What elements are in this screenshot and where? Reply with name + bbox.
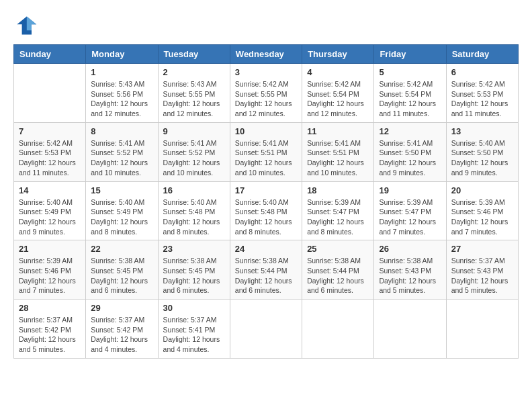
- day-info: Sunrise: 5:37 AM Sunset: 5:42 PM Dayligh…: [19, 315, 81, 355]
- day-info: Sunrise: 5:42 AM Sunset: 5:53 PM Dayligh…: [451, 79, 513, 119]
- calendar-cell: 2Sunrise: 5:43 AM Sunset: 5:55 PM Daylig…: [158, 64, 230, 123]
- day-info: Sunrise: 5:40 AM Sunset: 5:49 PM Dayligh…: [19, 197, 81, 237]
- day-info: Sunrise: 5:41 AM Sunset: 5:51 PM Dayligh…: [307, 138, 369, 178]
- calendar-cell: 29Sunrise: 5:37 AM Sunset: 5:42 PM Dayli…: [86, 300, 158, 359]
- calendar-cell: 30Sunrise: 5:37 AM Sunset: 5:41 PM Dayli…: [158, 300, 230, 359]
- day-number: 28: [19, 303, 81, 313]
- calendar-cell: 14Sunrise: 5:40 AM Sunset: 5:49 PM Dayli…: [14, 181, 86, 240]
- calendar-cell: 19Sunrise: 5:39 AM Sunset: 5:47 PM Dayli…: [374, 181, 446, 240]
- calendar-cell: 28Sunrise: 5:37 AM Sunset: 5:42 PM Dayli…: [14, 300, 86, 359]
- day-number: 24: [235, 244, 297, 254]
- day-info: Sunrise: 5:38 AM Sunset: 5:44 PM Dayligh…: [235, 256, 297, 295]
- calendar-cell: 26Sunrise: 5:38 AM Sunset: 5:43 PM Dayli…: [374, 240, 446, 300]
- day-number: 21: [19, 244, 81, 254]
- day-info: Sunrise: 5:38 AM Sunset: 5:45 PM Dayligh…: [91, 256, 152, 295]
- day-of-week-header: Tuesday: [158, 45, 230, 64]
- day-info: Sunrise: 5:38 AM Sunset: 5:45 PM Dayligh…: [163, 256, 225, 295]
- day-number: 18: [307, 185, 369, 195]
- day-info: Sunrise: 5:42 AM Sunset: 5:54 PM Dayligh…: [307, 79, 369, 119]
- day-number: 30: [163, 303, 225, 313]
- day-number: 16: [163, 185, 225, 195]
- day-info: Sunrise: 5:39 AM Sunset: 5:46 PM Dayligh…: [19, 256, 81, 295]
- calendar-cell: 3Sunrise: 5:42 AM Sunset: 5:55 PM Daylig…: [230, 64, 302, 123]
- logo-icon: [13, 13, 38, 38]
- day-number: 8: [91, 126, 152, 136]
- day-info: Sunrise: 5:37 AM Sunset: 5:42 PM Dayligh…: [91, 315, 152, 355]
- day-of-week-header: Saturday: [446, 45, 518, 64]
- day-of-week-header: Wednesday: [230, 45, 302, 64]
- day-number: 6: [451, 67, 513, 77]
- calendar-cell: 15Sunrise: 5:40 AM Sunset: 5:49 PM Dayli…: [86, 181, 158, 240]
- day-number: 13: [451, 126, 513, 136]
- day-number: 11: [307, 126, 369, 136]
- calendar-cell: 25Sunrise: 5:38 AM Sunset: 5:44 PM Dayli…: [302, 240, 374, 300]
- day-info: Sunrise: 5:42 AM Sunset: 5:54 PM Dayligh…: [379, 79, 441, 119]
- calendar-week-row: 1Sunrise: 5:43 AM Sunset: 5:56 PM Daylig…: [14, 64, 519, 123]
- svg-marker-1: [27, 17, 36, 31]
- calendar-table: SundayMondayTuesdayWednesdayThursdayFrid…: [13, 44, 519, 359]
- calendar-cell: 8Sunrise: 5:41 AM Sunset: 5:52 PM Daylig…: [86, 122, 158, 181]
- day-info: Sunrise: 5:39 AM Sunset: 5:47 PM Dayligh…: [307, 197, 369, 237]
- day-number: 10: [235, 126, 297, 136]
- calendar-cell: 6Sunrise: 5:42 AM Sunset: 5:53 PM Daylig…: [446, 64, 518, 123]
- day-number: 3: [235, 67, 297, 77]
- day-info: Sunrise: 5:43 AM Sunset: 5:56 PM Dayligh…: [91, 79, 152, 119]
- logo: [13, 13, 40, 38]
- day-info: Sunrise: 5:39 AM Sunset: 5:47 PM Dayligh…: [379, 197, 441, 237]
- day-of-week-header: Thursday: [302, 45, 374, 64]
- calendar-cell: 18Sunrise: 5:39 AM Sunset: 5:47 PM Dayli…: [302, 181, 374, 240]
- calendar-cell: 7Sunrise: 5:42 AM Sunset: 5:53 PM Daylig…: [14, 122, 86, 181]
- calendar-header-row: SundayMondayTuesdayWednesdayThursdayFrid…: [14, 45, 519, 64]
- day-info: Sunrise: 5:41 AM Sunset: 5:52 PM Dayligh…: [163, 138, 225, 178]
- day-info: Sunrise: 5:41 AM Sunset: 5:52 PM Dayligh…: [91, 138, 152, 178]
- calendar-cell: 11Sunrise: 5:41 AM Sunset: 5:51 PM Dayli…: [302, 122, 374, 181]
- day-number: 5: [379, 67, 441, 77]
- calendar-cell: [302, 300, 374, 359]
- calendar-cell: 10Sunrise: 5:41 AM Sunset: 5:51 PM Dayli…: [230, 122, 302, 181]
- day-number: 20: [451, 185, 513, 195]
- day-number: 25: [307, 244, 369, 254]
- calendar-week-row: 7Sunrise: 5:42 AM Sunset: 5:53 PM Daylig…: [14, 122, 519, 181]
- day-number: 1: [91, 67, 152, 77]
- calendar-cell: 20Sunrise: 5:39 AM Sunset: 5:46 PM Dayli…: [446, 181, 518, 240]
- calendar-cell: 13Sunrise: 5:40 AM Sunset: 5:50 PM Dayli…: [446, 122, 518, 181]
- day-of-week-header: Sunday: [14, 45, 86, 64]
- calendar-week-row: 21Sunrise: 5:39 AM Sunset: 5:46 PM Dayli…: [14, 240, 519, 300]
- day-number: 9: [163, 126, 225, 136]
- day-number: 19: [379, 185, 441, 195]
- day-of-week-header: Friday: [374, 45, 446, 64]
- calendar-body: 1Sunrise: 5:43 AM Sunset: 5:56 PM Daylig…: [14, 64, 519, 359]
- day-info: Sunrise: 5:43 AM Sunset: 5:55 PM Dayligh…: [163, 79, 225, 119]
- day-info: Sunrise: 5:40 AM Sunset: 5:49 PM Dayligh…: [91, 197, 152, 237]
- calendar-week-row: 28Sunrise: 5:37 AM Sunset: 5:42 PM Dayli…: [14, 300, 519, 359]
- calendar-cell: 23Sunrise: 5:38 AM Sunset: 5:45 PM Dayli…: [158, 240, 230, 300]
- day-number: 15: [91, 185, 152, 195]
- day-info: Sunrise: 5:41 AM Sunset: 5:50 PM Dayligh…: [379, 138, 441, 178]
- calendar-cell: 4Sunrise: 5:42 AM Sunset: 5:54 PM Daylig…: [302, 64, 374, 123]
- day-number: 26: [379, 244, 441, 254]
- day-number: 27: [451, 244, 513, 254]
- calendar-cell: 24Sunrise: 5:38 AM Sunset: 5:44 PM Dayli…: [230, 240, 302, 300]
- calendar-cell: 17Sunrise: 5:40 AM Sunset: 5:48 PM Dayli…: [230, 181, 302, 240]
- day-info: Sunrise: 5:41 AM Sunset: 5:51 PM Dayligh…: [235, 138, 297, 178]
- day-info: Sunrise: 5:39 AM Sunset: 5:46 PM Dayligh…: [451, 197, 513, 237]
- day-info: Sunrise: 5:40 AM Sunset: 5:48 PM Dayligh…: [235, 197, 297, 237]
- calendar-cell: 21Sunrise: 5:39 AM Sunset: 5:46 PM Dayli…: [14, 240, 86, 300]
- day-info: Sunrise: 5:42 AM Sunset: 5:55 PM Dayligh…: [235, 79, 297, 119]
- calendar-cell: 16Sunrise: 5:40 AM Sunset: 5:48 PM Dayli…: [158, 181, 230, 240]
- calendar-cell: 9Sunrise: 5:41 AM Sunset: 5:52 PM Daylig…: [158, 122, 230, 181]
- day-of-week-header: Monday: [86, 45, 158, 64]
- day-info: Sunrise: 5:38 AM Sunset: 5:43 PM Dayligh…: [379, 256, 441, 295]
- day-number: 17: [235, 185, 297, 195]
- day-number: 2: [163, 67, 225, 77]
- day-info: Sunrise: 5:40 AM Sunset: 5:50 PM Dayligh…: [451, 138, 513, 178]
- calendar-cell: [230, 300, 302, 359]
- day-info: Sunrise: 5:37 AM Sunset: 5:43 PM Dayligh…: [451, 256, 513, 295]
- day-number: 12: [379, 126, 441, 136]
- day-number: 7: [19, 126, 81, 136]
- calendar-cell: 27Sunrise: 5:37 AM Sunset: 5:43 PM Dayli…: [446, 240, 518, 300]
- day-number: 4: [307, 67, 369, 77]
- day-info: Sunrise: 5:40 AM Sunset: 5:48 PM Dayligh…: [163, 197, 225, 237]
- day-number: 29: [91, 303, 152, 313]
- calendar-cell: 5Sunrise: 5:42 AM Sunset: 5:54 PM Daylig…: [374, 64, 446, 123]
